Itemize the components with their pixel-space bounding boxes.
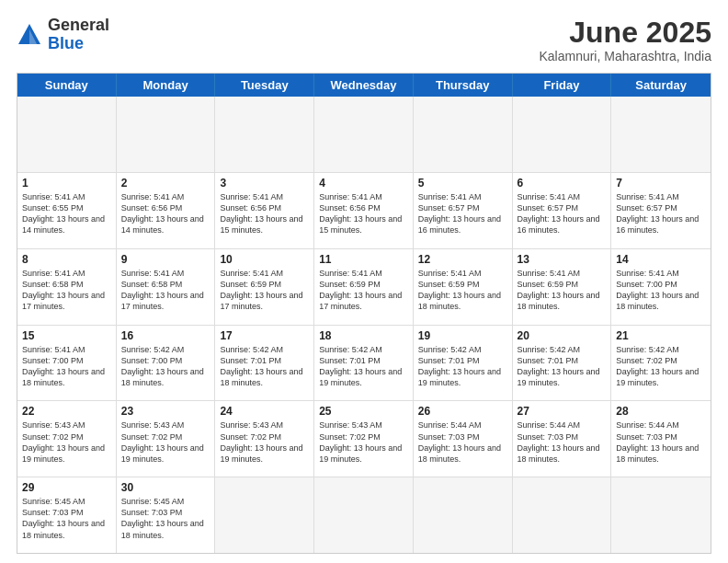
cell-info: Sunrise: 5:45 AM Sunset: 7:03 PM Dayligh… [22,496,111,541]
cal-cell: 2Sunrise: 5:41 AM Sunset: 6:56 PM Daylig… [117,173,216,248]
cell-info: Sunrise: 5:44 AM Sunset: 7:03 PM Dayligh… [418,419,507,465]
cell-info: Sunrise: 5:41 AM Sunset: 6:55 PM Dayligh… [22,191,111,236]
cal-cell: 1Sunrise: 5:41 AM Sunset: 6:55 PM Daylig… [17,173,117,248]
calendar: SundayMondayTuesdayWednesdayThursdayFrid… [17,73,711,554]
page: General Blue June 2025 Kalamnuri, Mahara… [0,0,728,563]
day-number: 10 [220,253,309,266]
cal-cell [414,477,513,553]
cal-cell: 7Sunrise: 5:41 AM Sunset: 6:57 PM Daylig… [611,173,711,248]
day-number: 8 [22,253,111,266]
cal-cell: 18Sunrise: 5:42 AM Sunset: 7:01 PM Dayli… [314,326,414,401]
cell-info: Sunrise: 5:41 AM Sunset: 6:56 PM Dayligh… [220,191,309,236]
cell-info: Sunrise: 5:45 AM Sunset: 7:03 PM Dayligh… [121,496,210,541]
cal-header-day: Friday [513,74,612,97]
day-number: 15 [22,329,111,342]
cal-cell: 6Sunrise: 5:41 AM Sunset: 6:57 PM Daylig… [513,173,612,248]
day-number: 5 [418,177,507,190]
logo: General Blue [17,17,109,53]
cell-info: Sunrise: 5:43 AM Sunset: 7:02 PM Dayligh… [22,419,111,465]
day-number: 9 [121,253,210,266]
cal-cell: 23Sunrise: 5:43 AM Sunset: 7:02 PM Dayli… [117,401,216,477]
cal-week [17,97,711,172]
cell-info: Sunrise: 5:42 AM Sunset: 7:01 PM Dayligh… [518,344,607,389]
day-number: 14 [616,253,706,266]
cal-header-day: Tuesday [215,74,314,97]
cal-cell [611,477,711,553]
cell-info: Sunrise: 5:43 AM Sunset: 7:02 PM Dayligh… [121,419,210,465]
cell-info: Sunrise: 5:41 AM Sunset: 7:00 PM Dayligh… [22,344,111,389]
cal-cell: 16Sunrise: 5:42 AM Sunset: 7:00 PM Dayli… [117,326,216,401]
cal-cell [215,477,314,553]
cal-cell [611,97,711,172]
cal-cell: 10Sunrise: 5:41 AM Sunset: 6:59 PM Dayli… [215,249,314,325]
cal-week: 29Sunrise: 5:45 AM Sunset: 7:03 PM Dayli… [17,477,711,553]
cell-info: Sunrise: 5:41 AM Sunset: 6:56 PM Dayligh… [319,191,408,236]
cell-info: Sunrise: 5:41 AM Sunset: 6:58 PM Dayligh… [22,268,111,313]
cal-cell: 15Sunrise: 5:41 AM Sunset: 7:00 PM Dayli… [17,326,117,401]
cell-info: Sunrise: 5:43 AM Sunset: 7:02 PM Dayligh… [319,419,408,465]
day-number: 19 [418,329,507,342]
main-title: June 2025 [539,17,711,49]
day-number: 30 [121,481,210,494]
cal-cell: 12Sunrise: 5:41 AM Sunset: 6:59 PM Dayli… [414,249,513,325]
cell-info: Sunrise: 5:44 AM Sunset: 7:03 PM Dayligh… [616,419,706,465]
cell-info: Sunrise: 5:44 AM Sunset: 7:03 PM Dayligh… [518,419,607,465]
cell-info: Sunrise: 5:42 AM Sunset: 7:00 PM Dayligh… [121,344,210,389]
subtitle: Kalamnuri, Maharashtra, India [539,49,711,63]
cal-cell: 11Sunrise: 5:41 AM Sunset: 6:59 PM Dayli… [314,249,414,325]
cal-cell: 29Sunrise: 5:45 AM Sunset: 7:03 PM Dayli… [17,477,117,553]
cal-cell: 24Sunrise: 5:43 AM Sunset: 7:02 PM Dayli… [215,401,314,477]
header: General Blue June 2025 Kalamnuri, Mahara… [17,17,711,63]
cal-header-day: Wednesday [314,74,414,97]
day-number: 21 [616,329,706,342]
day-number: 18 [319,329,408,342]
logo-text: General Blue [48,17,109,53]
day-number: 17 [220,329,309,342]
day-number: 25 [319,405,408,418]
cell-info: Sunrise: 5:41 AM Sunset: 6:59 PM Dayligh… [319,268,408,313]
cal-week: 15Sunrise: 5:41 AM Sunset: 7:00 PM Dayli… [17,325,711,401]
logo-icon [17,22,42,48]
cell-info: Sunrise: 5:41 AM Sunset: 6:59 PM Dayligh… [220,268,309,313]
cal-cell: 30Sunrise: 5:45 AM Sunset: 7:03 PM Dayli… [117,477,216,553]
cell-info: Sunrise: 5:41 AM Sunset: 6:58 PM Dayligh… [121,268,210,313]
cal-cell: 17Sunrise: 5:42 AM Sunset: 7:01 PM Dayli… [215,326,314,401]
title-block: June 2025 Kalamnuri, Maharashtra, India [539,17,711,63]
cal-header-day: Monday [117,74,216,97]
cal-cell [117,97,216,172]
day-number: 1 [22,177,111,190]
cell-info: Sunrise: 5:43 AM Sunset: 7:02 PM Dayligh… [220,419,309,465]
cal-cell: 28Sunrise: 5:44 AM Sunset: 7:03 PM Dayli… [611,401,711,477]
day-number: 3 [220,177,309,190]
cell-info: Sunrise: 5:41 AM Sunset: 6:59 PM Dayligh… [418,268,507,313]
cell-info: Sunrise: 5:41 AM Sunset: 6:56 PM Dayligh… [121,191,210,236]
cal-week: 22Sunrise: 5:43 AM Sunset: 7:02 PM Dayli… [17,400,711,477]
cal-cell [314,97,414,172]
day-number: 29 [22,481,111,494]
cell-info: Sunrise: 5:41 AM Sunset: 6:59 PM Dayligh… [518,268,607,313]
cell-info: Sunrise: 5:41 AM Sunset: 6:57 PM Dayligh… [616,191,706,236]
cal-cell [215,97,314,172]
cal-cell [513,477,612,553]
cal-cell [414,97,513,172]
calendar-body: 1Sunrise: 5:41 AM Sunset: 6:55 PM Daylig… [17,97,711,553]
cal-cell: 4Sunrise: 5:41 AM Sunset: 6:56 PM Daylig… [314,173,414,248]
cal-cell: 20Sunrise: 5:42 AM Sunset: 7:01 PM Dayli… [513,326,612,401]
cell-info: Sunrise: 5:42 AM Sunset: 7:01 PM Dayligh… [220,344,309,389]
day-number: 13 [518,253,607,266]
day-number: 12 [418,253,507,266]
day-number: 2 [121,177,210,190]
cal-cell: 22Sunrise: 5:43 AM Sunset: 7:02 PM Dayli… [17,401,117,477]
cal-cell [17,97,117,172]
cal-header-day: Thursday [414,74,513,97]
day-number: 16 [121,329,210,342]
cal-cell [314,477,414,553]
cal-cell: 27Sunrise: 5:44 AM Sunset: 7:03 PM Dayli… [513,401,612,477]
day-number: 11 [319,253,408,266]
logo-general: General [48,17,109,35]
cal-cell: 19Sunrise: 5:42 AM Sunset: 7:01 PM Dayli… [414,326,513,401]
day-number: 23 [121,405,210,418]
cal-cell: 13Sunrise: 5:41 AM Sunset: 6:59 PM Dayli… [513,249,612,325]
cal-cell: 5Sunrise: 5:41 AM Sunset: 6:57 PM Daylig… [414,173,513,248]
day-number: 24 [220,405,309,418]
